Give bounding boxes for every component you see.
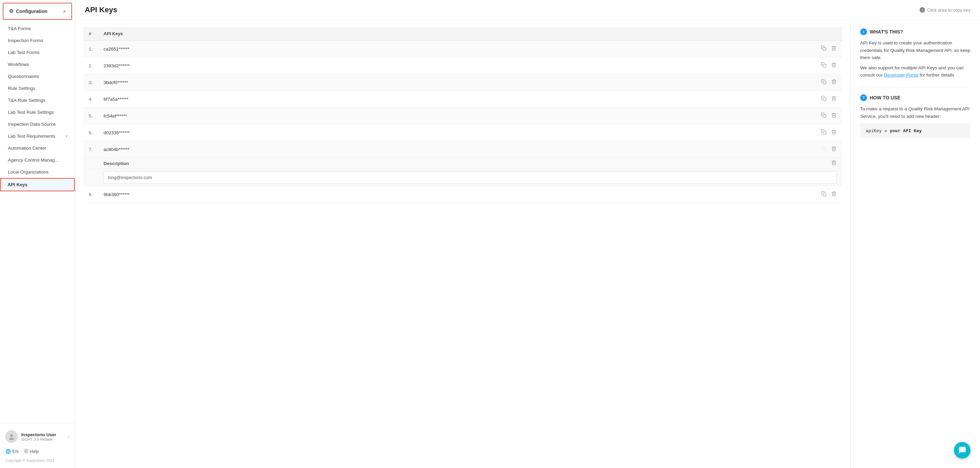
chevron-down-icon: ∨ <box>65 134 68 138</box>
table-row: 1. ca2651****** <box>83 41 842 57</box>
help-circle-icon: ? <box>860 94 867 101</box>
table-row: 3. 3bdcf0****** <box>83 74 842 91</box>
table-row: 2. 2393d2****** <box>83 57 842 74</box>
code-prefix: apiKey = <box>865 128 889 133</box>
delete-icon[interactable] <box>831 129 837 136</box>
row-number: 2. <box>83 57 98 74</box>
sidebar-item-lab-test-forms[interactable]: Lab Test Forms <box>0 46 75 59</box>
col-number: # <box>83 27 98 41</box>
lang-label: EN <box>12 449 18 454</box>
copy-icon[interactable] <box>821 191 826 198</box>
copy-icon[interactable] <box>821 96 826 102</box>
row-key[interactable]: fc54ef****** <box>98 108 842 124</box>
svg-rect-9 <box>823 193 826 196</box>
user-info[interactable]: Inspectorio User SIGHT 3.0 Retailer › <box>5 428 69 446</box>
description-value-row <box>83 169 842 186</box>
row-key[interactable]: 9bb360****** <box>98 186 842 203</box>
sidebar-item-questionnaires[interactable]: Questionnaires <box>0 70 75 82</box>
user-chevron-icon: › <box>68 434 69 439</box>
description-input[interactable] <box>103 171 837 184</box>
sidebar-item-inspection-data-source[interactable]: Inspection Data Source <box>0 118 75 130</box>
sidebar-item-rule-settings[interactable]: Rule Settings <box>0 82 75 94</box>
delete-icon[interactable] <box>831 45 837 52</box>
help-link[interactable]: ⓪ Help <box>24 448 39 454</box>
description-label: Description <box>103 161 129 166</box>
copy-icon[interactable] <box>821 62 826 69</box>
content-area: # API Keys 1. ca2651****** <box>75 20 980 468</box>
panel-divider <box>860 87 970 88</box>
chat-bubble[interactable] <box>954 442 970 458</box>
sidebar-item-api-keys[interactable]: API Keys <box>0 178 75 191</box>
row-key[interactable]: ca2651****** <box>98 41 842 57</box>
delete-icon[interactable] <box>831 62 837 69</box>
row-key[interactable]: d02336****** <box>98 124 842 141</box>
code-block: apiKey = your API Key <box>860 123 970 138</box>
sidebar-item-ta-forms[interactable]: T&A Forms <box>0 22 75 35</box>
svg-rect-7 <box>823 131 826 134</box>
copy-key-hint: i Click area to copy key <box>920 7 970 13</box>
copy-icon[interactable] <box>821 129 826 136</box>
sidebar-item-inspection-forms[interactable]: Inspection Forms <box>0 35 75 46</box>
sidebar-item-agency-control[interactable]: Agency Control Manag... <box>0 154 75 166</box>
row-key[interactable]: ac804b****** <box>98 141 842 158</box>
avatar <box>5 430 18 443</box>
key-value: d02336****** <box>103 130 130 135</box>
help-circle-icon: ⓪ <box>24 448 28 454</box>
table-row: 6. d02336****** <box>83 124 842 141</box>
user-text: Inspectorio User SIGHT 3.0 Retailer <box>21 432 65 441</box>
copy-icon[interactable] <box>821 45 826 52</box>
key-value: 2393d2****** <box>103 63 130 68</box>
sidebar-item-lab-test-rule-settings[interactable]: Lab Test Rule Settings <box>0 106 75 118</box>
row-key[interactable]: 6f7a5a****** <box>98 91 842 108</box>
row-number: 4. <box>83 91 98 108</box>
sidebar-item-lab-test-requirements[interactable]: Lab Test Requirements ∨ <box>0 130 75 142</box>
row-number: 1. <box>83 41 98 57</box>
code-value: your API Key <box>889 128 922 133</box>
delete-icon[interactable] <box>831 146 837 153</box>
delete-icon[interactable] <box>831 112 837 119</box>
copy-icon[interactable] <box>821 79 826 86</box>
row-number: 3. <box>83 74 98 91</box>
how-to-use-text: To make a request to a Quality Risk Mana… <box>860 105 970 120</box>
table-row: 4. 6f7a5a****** <box>83 91 842 108</box>
api-keys-table: # API Keys 1. ca2651****** <box>83 27 842 203</box>
key-value: fc54ef****** <box>103 113 127 119</box>
row-number: 5. <box>83 108 98 124</box>
sidebar-item-ta-rule-settings[interactable]: T&A Rule Settings <box>0 94 75 106</box>
copy-hint-text: Click area to copy key <box>927 8 970 13</box>
whats-this-title: i WHAT'S THIS? <box>860 29 970 35</box>
svg-rect-3 <box>823 64 826 67</box>
top-bar: API Keys i Click area to copy key <box>75 0 980 20</box>
row-key[interactable]: 2393d2****** <box>98 57 842 74</box>
sidebar-item-automation-center[interactable]: Automation Center <box>0 142 75 154</box>
sidebar-item-local-organizations[interactable]: Local Organizations <box>0 166 75 178</box>
key-value: ca2651****** <box>103 46 129 52</box>
how-to-use-section: ? HOW TO USE To make a request to a Qual… <box>860 94 970 138</box>
delete-description-icon[interactable] <box>831 160 837 167</box>
row-key[interactable]: 3bdcf0****** <box>98 74 842 91</box>
help-label: Help <box>30 449 39 454</box>
delete-icon[interactable] <box>831 191 837 198</box>
sidebar-item-workflows[interactable]: Workflows <box>0 59 75 70</box>
delete-icon[interactable] <box>831 79 837 86</box>
svg-rect-8 <box>823 148 826 151</box>
key-value: 6f7a5a****** <box>103 97 128 102</box>
action-icons <box>821 45 837 52</box>
action-icons <box>821 62 837 69</box>
table-row: 8. 9bb360****** <box>83 186 842 203</box>
svg-rect-6 <box>823 115 826 118</box>
svg-rect-4 <box>823 81 826 84</box>
info-circle-icon: i <box>860 29 867 35</box>
globe-icon: 🌐 <box>5 449 11 454</box>
info-icon: i <box>920 7 925 13</box>
description-header-row: Description <box>83 158 842 169</box>
developer-portal-link[interactable]: Developer Portal <box>884 72 918 78</box>
language-link[interactable]: 🌐 EN <box>5 449 18 454</box>
copy-icon[interactable] <box>821 112 826 119</box>
config-header[interactable]: ⚙ Configuration ∧ <box>3 3 72 20</box>
copyright-text: Copyright © Inspectorio 2024 <box>5 457 69 464</box>
whats-this-text1: API Key is used to create your authentic… <box>860 39 970 62</box>
copy-icon-disabled <box>821 146 826 153</box>
sidebar: ⚙ Configuration ∧ T&A Forms Inspection F… <box>0 0 75 468</box>
delete-icon[interactable] <box>831 96 837 102</box>
